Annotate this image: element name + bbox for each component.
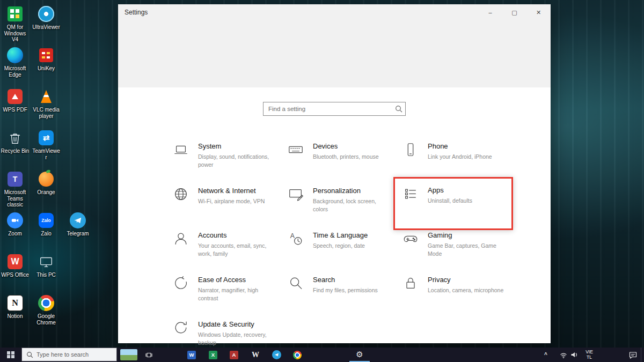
- desktop-icon-label: Telegram: [63, 231, 92, 237]
- settings-tile-accounts[interactable]: Accounts Your accounts, email, sync, wor…: [173, 230, 280, 275]
- access-icon: A: [230, 351, 238, 359]
- desktop-icon-wps-office[interactable]: W WPS Office: [1, 253, 30, 278]
- desktop-icon-label: WPS PDF: [1, 107, 30, 113]
- show-desktop-button[interactable]: [641, 348, 644, 362]
- settings-tile-apps[interactable]: Apps Uninstall, defaults: [393, 177, 513, 230]
- settings-tile-gaming[interactable]: Gaming Game Bar, captures, Game Mode: [402, 230, 510, 275]
- word-button[interactable]: W: [181, 348, 202, 362]
- tile-title: Gaming: [428, 231, 507, 239]
- tile-desc: Wi-Fi, airplane mode, VPN: [198, 197, 265, 205]
- tile-desc: Uninstall, defaults: [428, 197, 472, 205]
- tile-title: System: [198, 142, 277, 150]
- telegram-icon: [272, 350, 281, 359]
- tile-title: Devices: [313, 142, 379, 150]
- desktop-icon-telegram[interactable]: Telegram: [63, 212, 92, 237]
- show-hidden-icons-button[interactable]: ^: [540, 348, 552, 362]
- taskbar-search-input[interactable]: [33, 351, 116, 358]
- maximize-button[interactable]: ▢: [502, 4, 526, 20]
- action-center-icon: [629, 351, 637, 359]
- start-button[interactable]: [0, 348, 21, 362]
- desktop-icon-qm-for-windows[interactable]: QM for Windows V4: [1, 5, 30, 43]
- desktop-icon-label: QM for Windows V4: [1, 24, 30, 43]
- desktop-icon-label: Orange: [32, 189, 61, 196]
- tile-desc: Windows Update, recovery, backup: [198, 331, 277, 346]
- qm-for-windows-icon: [8, 6, 23, 21]
- language-indicator[interactable]: VIE TL: [581, 348, 598, 362]
- minimize-button[interactable]: –: [478, 4, 502, 20]
- tile-title: Update & Security: [198, 320, 277, 328]
- tile-title: Time & Language: [313, 231, 368, 239]
- desktop-icon-orange[interactable]: Orange: [32, 171, 61, 196]
- desktop-icon-microsoft-edge[interactable]: Microsoft Edge: [1, 47, 30, 78]
- tile-title: Accounts: [198, 231, 277, 239]
- chrome-button[interactable]: [287, 348, 308, 362]
- google-chrome-icon: [38, 295, 54, 311]
- tile-desc: Link your Android, iPhone: [428, 153, 492, 161]
- tile-title: Privacy: [428, 276, 503, 284]
- desktop-icon-label: Recycle Bin: [1, 148, 30, 154]
- wikipedia-icon: W: [252, 351, 259, 359]
- desktop-icon-wps-pdf[interactable]: WPS PDF: [1, 88, 30, 113]
- find-a-setting-searchbox[interactable]: [263, 102, 406, 116]
- desktop-icon-label: TeamViewer: [32, 148, 61, 160]
- desktop-icon-unikey[interactable]: UniKey: [32, 47, 61, 72]
- excel-button[interactable]: X: [203, 348, 223, 362]
- taskbar-search-box[interactable]: [21, 348, 117, 361]
- wps-office-icon: W: [8, 254, 23, 269]
- settings-tile-devices[interactable]: Devices Bluetooth, printers, mouse: [288, 141, 395, 186]
- windows-logo-icon: [7, 351, 14, 359]
- desktop-icon-zoom[interactable]: Zoom: [1, 212, 30, 237]
- desktop-icon-label: WPS Office: [1, 272, 30, 278]
- news-weather-widget[interactable]: [119, 348, 138, 362]
- desktop-icon-teamviewer[interactable]: TeamViewer: [32, 129, 61, 160]
- orange-icon: [39, 172, 54, 187]
- excel-icon: X: [209, 351, 217, 359]
- volume-tray-button[interactable]: [569, 348, 580, 362]
- desktop-icon-recycle-bin[interactable]: Recycle Bin: [1, 129, 30, 154]
- desktop-icon-this-pc[interactable]: This PC: [32, 253, 61, 278]
- settings-tiles-grid: System Display, sound, notifications, po…: [173, 141, 517, 362]
- access-button[interactable]: A: [224, 348, 244, 362]
- network-tray-button[interactable]: [558, 348, 569, 362]
- settings-tile-ease-of-access[interactable]: Ease of Access Narrator, magnifier, high…: [173, 275, 280, 319]
- wps-pdf-icon: [8, 89, 23, 104]
- settings-app-button[interactable]: ⚙: [349, 348, 370, 362]
- desktop-icon-vlc[interactable]: VLC media player: [32, 88, 61, 119]
- desktop-icon-ultraviewer[interactable]: UltraViewer: [32, 5, 61, 31]
- settings-tile-system[interactable]: System Display, sound, notifications, po…: [173, 141, 280, 186]
- chrome-icon: [293, 351, 302, 359]
- tile-desc: Background, lock screen, colors: [313, 197, 392, 213]
- settings-tile-privacy[interactable]: Privacy Location, camera, microphone: [402, 275, 510, 319]
- magnifier-icon: [288, 275, 304, 291]
- desktop-icon-zalo[interactable]: Zalo Zalo: [32, 212, 61, 237]
- settings-tile-time-language[interactable]: A Time & Language Speech, region, date: [288, 230, 395, 275]
- time-language-icon: A: [288, 231, 304, 247]
- tile-title: Search: [313, 276, 378, 284]
- action-center-button[interactable]: [625, 348, 641, 362]
- titlebar[interactable]: Settings – ▢ ✕: [118, 4, 551, 20]
- telegram-button[interactable]: [266, 348, 287, 362]
- telegram-icon: [70, 212, 86, 228]
- chevron-up-icon: ^: [544, 352, 547, 358]
- wikipedia-button[interactable]: W: [245, 348, 266, 362]
- game-controller-icon: [402, 231, 419, 247]
- file-explorer-button[interactable]: [160, 348, 180, 362]
- settings-tile-search[interactable]: Search Find my files, permissions: [288, 275, 395, 319]
- personalization-icon: [288, 186, 304, 202]
- settings-tile-network[interactable]: Network & Internet Wi-Fi, airplane mode,…: [173, 186, 280, 230]
- close-button[interactable]: ✕: [526, 4, 551, 20]
- find-a-setting-input[interactable]: [264, 106, 392, 112]
- tile-title: Ease of Access: [198, 276, 277, 284]
- task-view-button[interactable]: [138, 348, 159, 362]
- settings-tile-personalization[interactable]: Personalization Background, lock screen,…: [288, 186, 395, 230]
- zalo-icon: Zalo: [39, 213, 54, 228]
- tile-desc: Game Bar, captures, Game Mode: [428, 242, 507, 257]
- wifi-icon: [560, 351, 567, 359]
- svg-text:A: A: [290, 232, 295, 240]
- ultraviewer-icon: [38, 6, 54, 22]
- desktop-icon-notion[interactable]: N Notion: [1, 294, 30, 320]
- desktop-icon-google-chrome[interactable]: Google Chrome: [32, 294, 61, 326]
- speaker-icon: [570, 351, 578, 358]
- tile-title: Personalization: [313, 187, 392, 195]
- desktop-icon-microsoft-teams[interactable]: T Microsoft Teams classic: [1, 171, 30, 208]
